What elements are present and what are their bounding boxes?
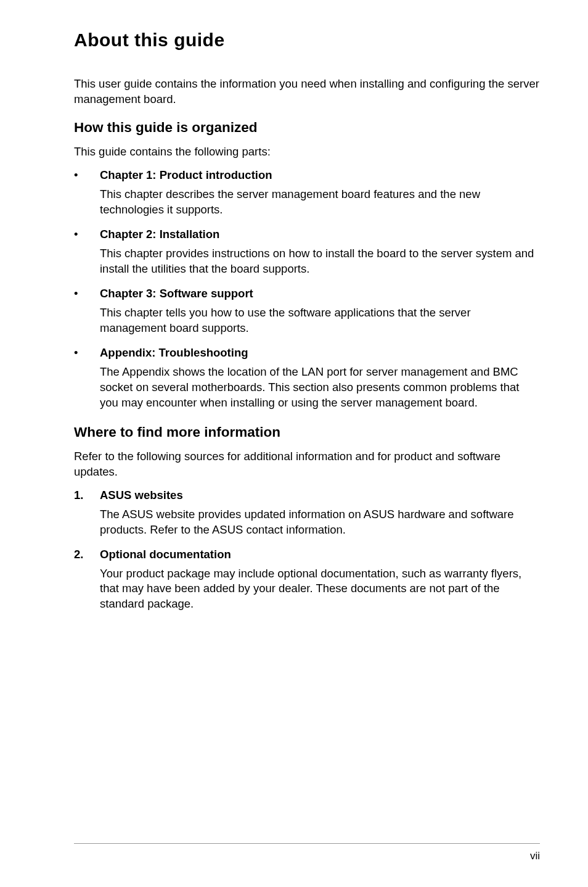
bullet-content: Chapter 3: Software support This chapter… <box>100 287 540 339</box>
list-item: 1. ASUS websites The ASUS website provid… <box>74 489 540 540</box>
bullet-marker: • <box>74 228 100 279</box>
item-title: Optional documentation <box>100 548 540 561</box>
bullet-marker: • <box>74 346 100 413</box>
section-intro-moreinfo: Refer to the following sources for addit… <box>74 449 540 480</box>
chapter-body: This chapter provides instructions on ho… <box>100 246 540 277</box>
chapter-body: This chapter describes the server manage… <box>100 187 540 218</box>
bullet-marker: • <box>74 168 100 220</box>
page-number: vii <box>530 850 540 862</box>
bullet-content: Optional documentation Your product pack… <box>100 548 540 615</box>
item-title: ASUS websites <box>100 489 540 502</box>
chapter-body: This chapter tells you how to use the so… <box>100 305 540 336</box>
bullet-content: Chapter 1: Product introduction This cha… <box>100 168 540 220</box>
bullet-content: Appendix: Troubleshooting The Appendix s… <box>100 346 540 413</box>
section-intro-organized: This guide contains the following parts: <box>74 144 540 160</box>
page-title: About this guide <box>74 30 540 51</box>
item-body: The ASUS website provides updated inform… <box>100 507 540 538</box>
chapter-title: Chapter 2: Installation <box>100 228 540 241</box>
footer-divider <box>74 843 540 844</box>
chapter-title: Appendix: Troubleshooting <box>100 346 540 360</box>
list-item: • Chapter 1: Product introduction This c… <box>74 168 540 220</box>
list-item: 2. Optional documentation Your product p… <box>74 548 540 615</box>
section-heading-organized: How this guide is organized <box>74 120 540 136</box>
chapter-body: The Appendix shows the location of the L… <box>100 365 540 411</box>
number-marker: 1. <box>74 489 100 540</box>
bullet-content: Chapter 2: Installation This chapter pro… <box>100 228 540 279</box>
bullet-marker: • <box>74 287 100 339</box>
number-marker: 2. <box>74 548 100 615</box>
chapter-title: Chapter 3: Software support <box>100 287 540 300</box>
section-heading-moreinfo: Where to find more information <box>74 424 540 440</box>
list-item: • Chapter 3: Software support This chapt… <box>74 287 540 339</box>
bullet-content: ASUS websites The ASUS website provides … <box>100 489 540 540</box>
chapter-title: Chapter 1: Product introduction <box>100 168 540 182</box>
item-body: Your product package may include optiona… <box>100 566 540 613</box>
list-item: • Appendix: Troubleshooting The Appendix… <box>74 346 540 413</box>
intro-paragraph: This user guide contains the information… <box>74 76 540 107</box>
list-item: • Chapter 2: Installation This chapter p… <box>74 228 540 279</box>
